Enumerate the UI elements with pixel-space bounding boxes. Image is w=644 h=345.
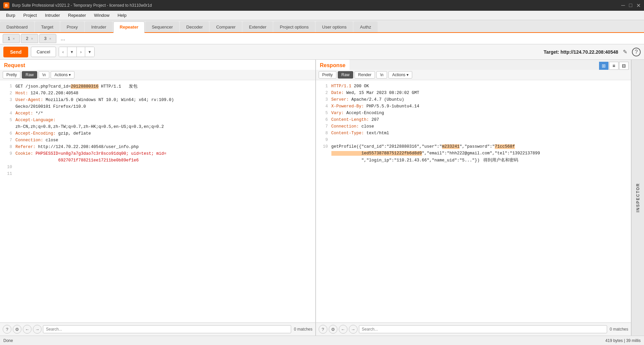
tab-project-options[interactable]: Project options xyxy=(273,21,315,32)
menu-help[interactable]: Help xyxy=(114,12,130,19)
request-line-6: 6 Accept-Encoding: gzip, deflate xyxy=(0,130,315,137)
request-settings-icon[interactable]: ⚙ xyxy=(13,325,21,334)
more-tabs[interactable]: ... xyxy=(57,34,68,43)
tab-authz[interactable]: Authz xyxy=(354,21,377,32)
menu-bar: Burp Project Intruder Repeater Window He… xyxy=(0,11,644,20)
minimize-icon[interactable]: ─ xyxy=(621,2,625,9)
response-matches-label: 0 matches xyxy=(610,327,628,332)
request-matches-label: 0 matches xyxy=(294,327,312,332)
sub-tabs: 1 × 2 × 3 × ... xyxy=(0,33,644,44)
prev-button[interactable]: ‹ xyxy=(59,47,67,57)
tab-sequencer[interactable]: Sequencer xyxy=(145,21,179,32)
response-line-3: 3 Server: Apache/2.4.7 (Ubuntu) xyxy=(316,96,631,103)
response-panel: Response Pretty Raw Render \n Actions ▾ … xyxy=(316,60,632,336)
response-line-7: 7 Connection: close xyxy=(316,123,631,130)
request-line-4: 4 Accept: */* xyxy=(0,110,315,117)
menu-repeater[interactable]: Repeater xyxy=(65,12,89,19)
tab-repeater[interactable]: Repeater xyxy=(113,21,145,33)
request-line-11: 11 xyxy=(0,170,315,177)
window-controls[interactable]: ─ □ ✕ xyxy=(621,2,641,9)
close-tab-2[interactable]: × xyxy=(31,37,33,41)
response-settings-icon[interactable]: ⚙ xyxy=(329,325,337,334)
response-actions-btn[interactable]: Actions ▾ xyxy=(388,71,412,79)
response-search-bar: ? ⚙ ← → 0 matches xyxy=(316,323,631,336)
tab-decoder[interactable]: Decoder xyxy=(180,21,209,32)
sub-tab-3[interactable]: 3 × xyxy=(39,34,56,43)
cancel-button[interactable]: Cancel xyxy=(31,47,56,57)
down2-button[interactable]: ▾ xyxy=(85,47,94,57)
layout-side-by-side[interactable]: ⊞ xyxy=(599,62,608,70)
response-pretty-btn[interactable]: Pretty xyxy=(319,71,336,79)
request-line-5: 5 Accept-Language: xyxy=(0,117,315,124)
request-line-2: 2 Host: 124.70.22.208:40548 xyxy=(0,90,315,97)
send-button[interactable]: Send xyxy=(3,47,28,57)
request-help-icon[interactable]: ? xyxy=(3,325,11,334)
request-line-8: 8 Referer: http://124.70.22.208:40548/us… xyxy=(0,144,315,150)
request-line-3: 3 User-Agent: Mozilla/5.0 (Windows NT 10… xyxy=(0,97,315,103)
request-code-area[interactable]: 1 GET /json.php?card_id=20128880316 HTTP… xyxy=(0,80,315,323)
request-pretty-btn[interactable]: Pretty xyxy=(3,71,20,79)
request-line-9: 9 Cookie: PHPSESSID=un8g7a7g3dao7c3r8sco… xyxy=(0,150,315,164)
close-tab-3[interactable]: × xyxy=(49,37,51,41)
sub-tab-2[interactable]: 2 × xyxy=(21,34,38,43)
menu-project[interactable]: Project xyxy=(20,12,40,19)
response-search-input[interactable] xyxy=(359,325,607,333)
tab-proxy[interactable]: Proxy xyxy=(60,21,84,32)
inspector-label: INSPECTOR xyxy=(636,183,640,212)
response-newline-btn[interactable]: \n xyxy=(376,71,387,79)
response-line-4: 4 X-Powered-By: PHP/5.5.9-1ubuntu4.14 xyxy=(316,103,631,110)
request-line-10: 10 xyxy=(0,164,315,170)
sub-tab-1[interactable]: 1 × xyxy=(3,34,20,43)
response-line-8: 8 Content-Type: text/html xyxy=(316,130,631,137)
layout-stacked[interactable]: ≡ xyxy=(609,62,619,70)
inspector-panel[interactable]: INSPECTOR xyxy=(631,60,644,336)
edit-target-button[interactable]: ✎ xyxy=(623,49,627,55)
response-line-1: 1 HTTP/1.1 200 OK xyxy=(316,83,631,90)
tab-comparer[interactable]: Comparer xyxy=(210,21,242,32)
tab-intruder[interactable]: Intruder xyxy=(85,21,113,32)
status-right: 419 bytes | 39 millis xyxy=(605,338,641,343)
request-actions-btn[interactable]: Actions ▾ xyxy=(51,71,74,79)
response-render-btn[interactable]: Render xyxy=(355,71,375,79)
toolbar: Send Cancel ‹ ▾ › ▾ Target: http://124.7… xyxy=(0,44,644,60)
request-next-match[interactable]: → xyxy=(33,325,42,334)
request-toolbar: Pretty Raw \n Actions ▾ xyxy=(0,70,315,80)
request-newline-btn[interactable]: \n xyxy=(39,71,49,79)
menu-burp[interactable]: Burp xyxy=(3,12,18,19)
response-prev-match[interactable]: ← xyxy=(339,325,347,334)
request-line-1: 1 GET /json.php?card_id=20128880316 HTTP… xyxy=(0,83,315,90)
close-icon[interactable]: ✕ xyxy=(636,2,641,9)
title-bar: B Burp Suite Professional v2021.2 - Temp… xyxy=(0,0,644,11)
request-search-input[interactable] xyxy=(43,325,291,333)
down-button[interactable]: ▾ xyxy=(67,47,77,57)
request-raw-btn[interactable]: Raw xyxy=(22,71,37,79)
response-line-2: 2 Date: Wed, 15 Mar 2023 08:20:02 GMT xyxy=(316,90,631,96)
menu-window[interactable]: Window xyxy=(91,12,113,19)
layout-controls: ⊞ ≡ ⊟ xyxy=(599,62,629,70)
tab-target[interactable]: Target xyxy=(35,21,60,32)
tab-dashboard[interactable]: Dashboard xyxy=(0,21,34,32)
response-line-6: 6 Content-Length: 207 xyxy=(316,116,631,123)
request-line-7: 7 Connection: close xyxy=(0,137,315,144)
annotation-fabaok: 发包 xyxy=(129,84,138,89)
status-left: Done xyxy=(3,338,13,343)
response-line-10: 10 getProfile({"card_id":"20128880316","… xyxy=(316,143,631,164)
response-raw-btn[interactable]: Raw xyxy=(338,71,353,79)
highlight-card-id: 20128880316 xyxy=(71,84,99,89)
response-code-area[interactable]: 1 HTTP/1.1 200 OK 2 Date: Wed, 15 Mar 20… xyxy=(316,80,631,323)
response-help-icon[interactable]: ? xyxy=(319,325,327,334)
next-button[interactable]: › xyxy=(77,47,85,57)
layout-single[interactable]: ⊟ xyxy=(619,62,629,70)
request-panel: Request Pretty Raw \n Actions ▾ 1 GET /j… xyxy=(0,60,316,336)
request-search-bar: ? ⚙ ← → 0 matches xyxy=(0,323,315,336)
menu-intruder[interactable]: Intruder xyxy=(42,12,63,19)
close-tab-1[interactable]: × xyxy=(13,37,15,41)
help-button[interactable]: ? xyxy=(632,48,641,56)
tab-extender[interactable]: Extender xyxy=(243,21,273,32)
main-tabs: Dashboard Target Proxy Intruder Repeater… xyxy=(0,20,644,33)
response-next-match[interactable]: → xyxy=(349,325,358,334)
content-area: ⊞ ≡ ⊟ Request Pretty Raw \n Actions ▾ 1 … xyxy=(0,60,644,336)
request-prev-match[interactable]: ← xyxy=(23,325,32,334)
tab-user-options[interactable]: User options xyxy=(316,21,353,32)
maximize-icon[interactable]: □ xyxy=(629,2,632,9)
